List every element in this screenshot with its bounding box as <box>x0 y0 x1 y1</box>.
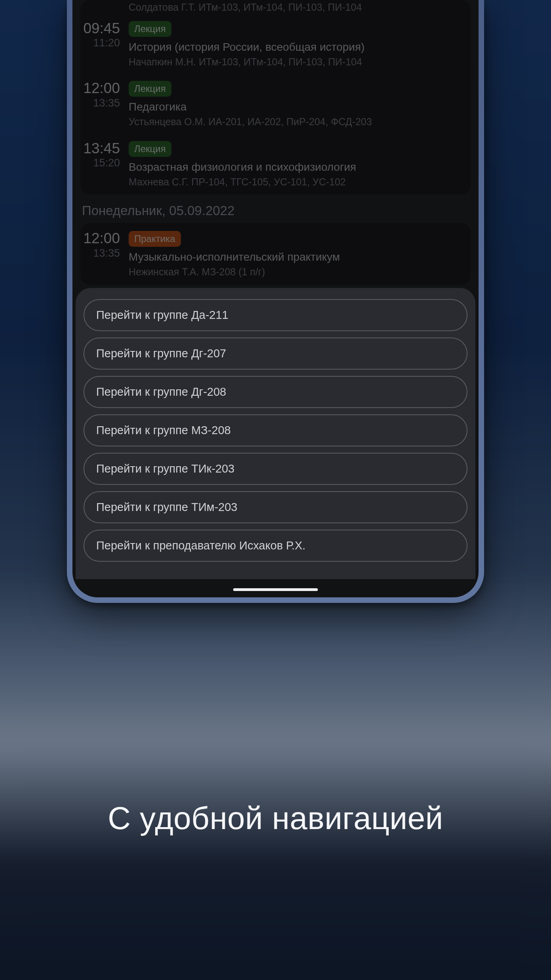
lecture-badge: Лекция <box>129 141 171 157</box>
nav-group-button[interactable]: Перейти к группе Да-211 <box>84 299 467 331</box>
nav-teacher-button[interactable]: Перейти к преподавателю Исхаков Р.Х. <box>84 530 467 562</box>
schedule-item[interactable]: 13:45 15:20 Лекция Возрастная физиология… <box>80 134 471 194</box>
time-column: 12:00 13:35 <box>80 231 120 278</box>
start-time: 13:45 <box>80 141 120 156</box>
subject-title: История (история России, всеобщая истори… <box>129 40 471 54</box>
nav-group-button[interactable]: Перейти к группе ТИк-203 <box>84 453 467 485</box>
navigation-sheet: Перейти к группе Да-211 Перейти к группе… <box>76 288 475 579</box>
start-time: 12:00 <box>80 231 120 246</box>
schedule-card: Солдатова Г.Т. ИТм-103, ИТм-104, ПИ-103,… <box>80 0 471 194</box>
time-column: 09:45 11:20 <box>80 21 120 69</box>
phone-frame: Солдатова Г.Т. ИТм-103, ИТм-104, ПИ-103,… <box>67 0 484 603</box>
teacher-groups-text: Устьянцева О.М. ИА-201, ИА-202, ПиР-204,… <box>129 115 471 128</box>
subject-title: Музыкально-исполнительский практикум <box>129 250 471 264</box>
lecture-badge: Лекция <box>129 81 171 97</box>
schedule-card: 12:00 13:35 Практика Музыкально-исполнит… <box>80 223 471 285</box>
end-time: 15:20 <box>80 157 120 169</box>
phone-screen: Солдатова Г.Т. ИТм-103, ИТм-104, ПИ-103,… <box>72 0 479 597</box>
end-time: 13:35 <box>80 247 120 259</box>
promo-caption: С удобной навигацией <box>0 800 551 837</box>
teacher-groups-text: Нежинская Т.А. МЗ-208 (1 п/г) <box>129 265 471 278</box>
time-column: 12:00 13:35 <box>80 81 120 128</box>
teacher-groups-text: Начапкин М.Н. ИТм-103, ИТм-104, ПИ-103, … <box>129 55 471 69</box>
nav-group-button[interactable]: Перейти к группе МЗ-208 <box>84 414 467 446</box>
info-column: Практика Музыкально-исполнительский прак… <box>129 231 471 278</box>
teacher-groups-text: Солдатова Г.Т. ИТм-103, ИТм-104, ПИ-103,… <box>129 1 471 14</box>
home-indicator[interactable] <box>233 588 318 591</box>
schedule-item[interactable]: 12:00 13:35 Лекция Педагогика Устьянцева… <box>80 74 471 134</box>
start-time: 12:00 <box>80 81 120 96</box>
info-column: Лекция Педагогика Устьянцева О.М. ИА-201… <box>129 81 471 128</box>
nav-group-button[interactable]: Перейти к группе ТИм-203 <box>84 491 467 523</box>
subject-title: Возрастная физиология и психофизиология <box>129 160 471 174</box>
lecture-badge: Лекция <box>129 21 171 37</box>
practice-badge: Практика <box>129 231 181 247</box>
subject-title: Педагогика <box>129 100 471 114</box>
start-time: 09:45 <box>80 21 120 36</box>
date-header: Понедельник, 05.09.2022 <box>80 197 471 223</box>
nav-group-button[interactable]: Перейти к группе Дг-207 <box>84 337 467 370</box>
end-time: 13:35 <box>80 97 120 109</box>
nav-group-button[interactable]: Перейти к группе Дг-208 <box>84 376 467 408</box>
info-column: Лекция Возрастная физиология и психофизи… <box>129 141 471 189</box>
info-column: Лекция История (история России, всеобщая… <box>129 21 471 69</box>
dimmed-content: Солдатова Г.Т. ИТм-103, ИТм-104, ПИ-103,… <box>72 0 479 285</box>
time-column: 13:45 15:20 <box>80 141 120 189</box>
schedule-item[interactable]: 12:00 13:35 Практика Музыкально-исполнит… <box>80 224 471 284</box>
schedule-item[interactable]: 09:45 11:20 Лекция История (история Росс… <box>80 14 471 74</box>
end-time: 11:20 <box>80 37 120 49</box>
teacher-groups-text: Махнева С.Г. ПР-104, ТГС-105, УС-101, УС… <box>129 175 471 189</box>
